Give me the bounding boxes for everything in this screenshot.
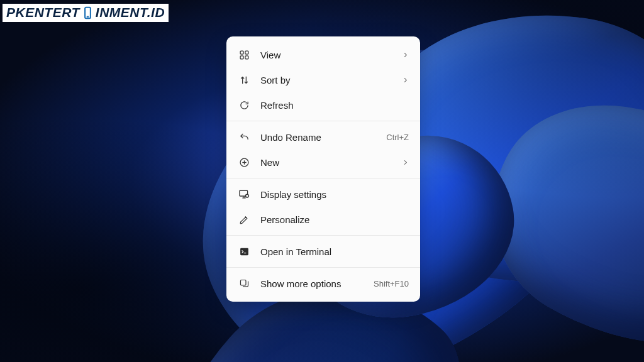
svg-rect-11 bbox=[240, 248, 248, 255]
refresh-icon bbox=[238, 99, 250, 111]
phone-icon bbox=[81, 6, 94, 19]
menu-item-personalize[interactable]: Personalize bbox=[229, 207, 418, 232]
menu-item-label: Display settings bbox=[250, 189, 409, 200]
svg-rect-4 bbox=[240, 55, 243, 58]
svg-rect-2 bbox=[240, 51, 243, 54]
menu-item-label: Sort by bbox=[250, 75, 400, 85]
menu-item-new[interactable]: New bbox=[229, 150, 418, 175]
menu-divider bbox=[226, 121, 420, 121]
svg-rect-5 bbox=[245, 55, 248, 58]
watermark-prefix: PKENTERT bbox=[6, 5, 80, 20]
menu-item-label: New bbox=[250, 157, 400, 168]
menu-item-refresh[interactable]: Refresh bbox=[229, 92, 418, 118]
menu-item-accelerator: Ctrl+Z bbox=[381, 133, 409, 142]
svg-rect-3 bbox=[245, 51, 248, 54]
site-watermark: PKENTERT INMENT.ID bbox=[3, 4, 169, 22]
display-settings-icon bbox=[238, 188, 250, 200]
watermark-suffix: INMENT.ID bbox=[96, 5, 165, 20]
menu-item-accelerator: Shift+F10 bbox=[369, 279, 409, 288]
svg-rect-13 bbox=[240, 280, 246, 285]
menu-item-label: Refresh bbox=[250, 100, 409, 111]
menu-item-label: Show more options bbox=[250, 278, 369, 289]
chevron-right-icon bbox=[400, 52, 409, 58]
menu-item-label: Undo Rename bbox=[250, 132, 381, 143]
sort-icon bbox=[238, 74, 250, 86]
menu-item-label: View bbox=[250, 50, 400, 60]
menu-item-display-settings[interactable]: Display settings bbox=[229, 182, 418, 207]
menu-divider bbox=[226, 235, 420, 236]
desktop-context-menu: View Sort by Refresh bbox=[226, 36, 420, 302]
menu-divider bbox=[226, 178, 420, 178]
personalize-icon bbox=[238, 213, 250, 226]
desktop-wallpaper[interactable]: PKENTERT INMENT.ID View Sort by bbox=[0, 0, 644, 362]
terminal-icon bbox=[238, 245, 250, 258]
menu-item-show-more-options[interactable]: Show more options Shift+F10 bbox=[229, 271, 418, 296]
menu-item-label: Personalize bbox=[250, 214, 409, 225]
grid-icon bbox=[238, 48, 250, 61]
menu-item-view[interactable]: View bbox=[229, 42, 418, 67]
new-icon bbox=[238, 156, 250, 168]
menu-item-undo-rename[interactable]: Undo Rename Ctrl+Z bbox=[229, 124, 418, 150]
menu-item-open-terminal[interactable]: Open in Terminal bbox=[229, 239, 418, 264]
menu-item-sort-by[interactable]: Sort by bbox=[229, 67, 418, 92]
more-options-icon bbox=[238, 277, 250, 290]
undo-icon bbox=[238, 131, 250, 143]
chevron-right-icon bbox=[400, 159, 409, 166]
chevron-right-icon bbox=[400, 77, 409, 84]
menu-item-label: Open in Terminal bbox=[250, 246, 409, 257]
menu-divider bbox=[226, 267, 420, 268]
